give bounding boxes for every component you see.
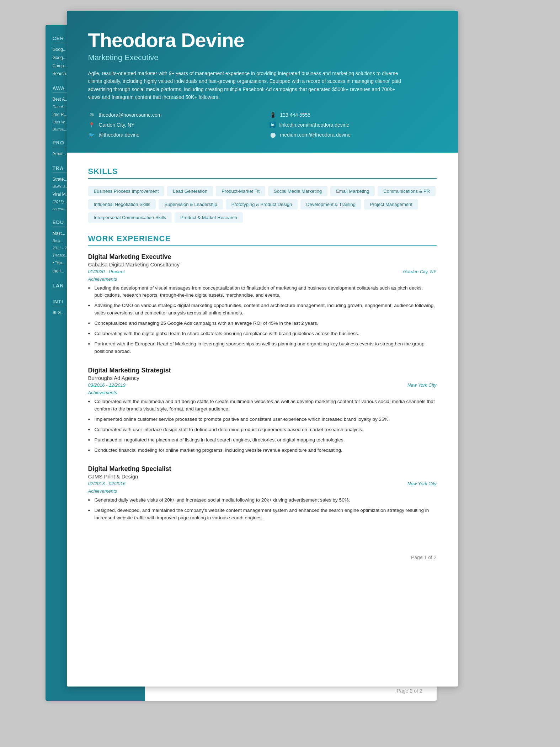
- email-icon: ✉: [88, 111, 95, 118]
- achievement-item: Collaborated with the multimedia and art…: [88, 398, 437, 413]
- achievement-item: Purchased or negotiated the placement of…: [88, 436, 437, 444]
- linkedin-icon: in: [270, 122, 276, 128]
- skill-tag: Influential Negotiation Skills: [88, 199, 156, 210]
- candidate-title: Marketing Executive: [88, 53, 437, 62]
- candidate-name: Theodora Devine: [88, 28, 437, 52]
- job-company-3: CJMS Print & Design: [88, 473, 437, 480]
- job-meta-2: 03/2016 - 12/2019 New York City: [88, 382, 437, 388]
- job-location-1: Garden City, NY: [403, 269, 437, 274]
- skill-tag: Project Management: [364, 199, 418, 210]
- resume-body: SKILLS Business Process Improvement Lead…: [67, 153, 458, 548]
- achievement-item: Designed, developed, and maintained the …: [88, 507, 437, 522]
- skill-tag: Product & Market Research: [175, 212, 243, 223]
- achievement-item: Implemented online customer service proc…: [88, 416, 437, 423]
- candidate-summary: Agile, results-oriented marketer with 9+…: [88, 69, 408, 101]
- job-meta-3: 02/2013 - 02/2016 New York City: [88, 481, 437, 486]
- skill-tag: Lead Generation: [167, 186, 213, 196]
- achievement-item: Partnered with the European Head of Mark…: [88, 340, 437, 355]
- job-title-2: Digital Marketing Strategist: [88, 367, 437, 374]
- skill-tag: Interpersonal Communication Skills: [88, 212, 172, 223]
- skill-tag: Social Media Marketing: [268, 186, 327, 196]
- skill-tag: Communications & PR: [378, 186, 436, 196]
- achievements-list-1: Leading the development of visual messag…: [88, 285, 437, 355]
- job-dates-2: 03/2016 - 12/2019: [88, 382, 126, 388]
- job-company-2: Burroughs Ad Agency: [88, 375, 437, 381]
- skill-tag: Development & Training: [300, 199, 361, 210]
- page-1-label: Page 1 of 2: [411, 555, 437, 560]
- achievements-label-2: Achievements: [88, 390, 437, 395]
- achievements-label-3: Achievements: [88, 488, 437, 494]
- contact-location: 📍 Garden City, NY: [88, 121, 255, 128]
- job-block-1: Digital Marketing Executive Cabalsa Digi…: [88, 253, 437, 355]
- email-text: theodora@novoresume.com: [99, 112, 162, 118]
- twitter-icon: 🐦: [88, 131, 95, 138]
- job-location-3: New York City: [407, 481, 436, 486]
- twitter-text: @theodora.devine: [99, 132, 140, 138]
- job-block-2: Digital Marketing Strategist Burroughs A…: [88, 367, 437, 454]
- contact-linkedin: in linkedin.com/in/theodora.devine: [270, 121, 437, 128]
- page-1-footer: Page 1 of 2: [67, 547, 458, 571]
- skill-tag: Business Process Improvement: [88, 186, 165, 196]
- medium-text: medium.com/@theodora.devine: [280, 132, 351, 138]
- location-icon: 📍: [88, 121, 95, 128]
- page-wrapper: CER Goog... Goog... Camp... Search... AW…: [67, 11, 494, 687]
- work-experience-section-title: WORK EXPERIENCE: [88, 234, 437, 246]
- contact-grid: ✉ theodora@novoresume.com 📱 123 444 5555…: [88, 111, 437, 138]
- phone-icon: 📱: [270, 111, 277, 118]
- skill-tag: Supervision & Leadership: [159, 199, 223, 210]
- location-text: Garden City, NY: [99, 122, 135, 128]
- skill-tag: Product-Market Fit: [216, 186, 265, 196]
- contact-email: ✉ theodora@novoresume.com: [88, 111, 255, 118]
- achievement-item: Advising the CMO on various strategic di…: [88, 302, 437, 317]
- skills-section-title: SKILLS: [88, 167, 437, 179]
- page-2-label: Page 2 of 2: [397, 688, 422, 694]
- contact-medium: ⬤ medium.com/@theodora.devine: [270, 131, 437, 138]
- phone-text: 123 444 5555: [280, 112, 311, 118]
- achievement-item: Leading the development of visual messag…: [88, 285, 437, 300]
- job-dates-1: 01/2020 - Present: [88, 269, 125, 274]
- page-1-main: Theodora Devine Marketing Executive Agil…: [67, 11, 458, 687]
- contact-twitter: 🐦 @theodora.devine: [88, 131, 255, 138]
- contact-phone: 📱 123 444 5555: [270, 111, 437, 118]
- resume-header: Theodora Devine Marketing Executive Agil…: [67, 11, 458, 153]
- job-meta-1: 01/2020 - Present Garden City, NY: [88, 269, 437, 274]
- achievement-item: Collaborating with the digital global te…: [88, 330, 437, 338]
- job-block-3: Digital Marketing Specialist CJMS Print …: [88, 465, 437, 522]
- job-dates-3: 02/2013 - 02/2016: [88, 481, 126, 486]
- linkedin-text: linkedin.com/in/theodora.devine: [279, 122, 350, 128]
- achievement-item: Collaborated with user interface design …: [88, 426, 437, 434]
- medium-icon: ⬤: [270, 131, 277, 138]
- achievement-item: Conducted financial modeling for online …: [88, 447, 437, 454]
- skill-tag: Prototyping & Product Design: [226, 199, 298, 210]
- job-location-2: New York City: [407, 382, 436, 388]
- job-company-1: Cabalsa Digital Marketing Consultancy: [88, 261, 437, 267]
- achievements-list-3: Generated daily website visits of 20k+ a…: [88, 497, 437, 522]
- achievement-item: Generated daily website visits of 20k+ a…: [88, 497, 437, 504]
- achievements-label-1: Achievements: [88, 276, 437, 282]
- achievements-list-2: Collaborated with the multimedia and art…: [88, 398, 437, 454]
- job-title-3: Digital Marketing Specialist: [88, 465, 437, 473]
- skill-tag: Email Marketing: [330, 186, 375, 196]
- achievement-item: Conceptualized and managing 25 Google Ad…: [88, 320, 437, 327]
- skills-container: Business Process Improvement Lead Genera…: [88, 186, 437, 223]
- job-title-1: Digital Marketing Executive: [88, 253, 437, 261]
